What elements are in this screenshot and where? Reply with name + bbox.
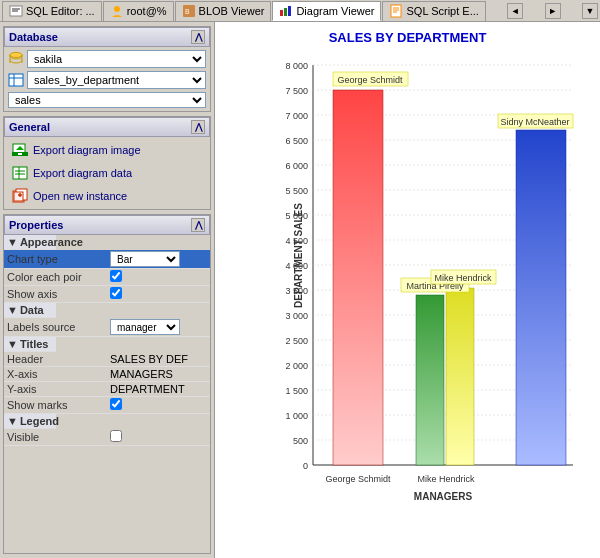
properties-section-header: Properties ⋀ bbox=[4, 215, 210, 235]
svg-text:5 000: 5 000 bbox=[285, 211, 308, 221]
svg-text:3 500: 3 500 bbox=[285, 286, 308, 296]
chart-svg: 8 000 7 500 7 000 6 500 6 000 5 500 5 00… bbox=[268, 50, 588, 520]
appearance-group-label: Appearance bbox=[20, 236, 83, 248]
show-marks-label: Show marks bbox=[4, 397, 107, 414]
export-data-item[interactable]: Export diagram data bbox=[8, 163, 206, 183]
export-image-label: Export diagram image bbox=[33, 144, 141, 156]
tab-diagram-label: Diagram Viewer bbox=[296, 5, 374, 17]
database-section-header: Database ⋀ bbox=[4, 27, 210, 47]
svg-text:7 500: 7 500 bbox=[285, 86, 308, 96]
export-data-label: Export diagram data bbox=[33, 167, 132, 179]
svg-text:B: B bbox=[185, 8, 190, 15]
svg-text:3 000: 3 000 bbox=[285, 311, 308, 321]
general-section-header: General ⋀ bbox=[4, 117, 210, 137]
svg-text:6 000: 6 000 bbox=[285, 161, 308, 171]
tab-script[interactable]: SQL Script E... bbox=[382, 1, 485, 21]
tab-sql-editor-label: SQL Editor: ... bbox=[26, 5, 95, 17]
data-group-header: ▼ Data bbox=[4, 303, 210, 319]
show-axis-checkbox[interactable] bbox=[110, 287, 122, 299]
table-select-row: sales_by_department bbox=[8, 71, 206, 89]
tab-diagram[interactable]: Diagram Viewer bbox=[272, 1, 381, 21]
bar-martina bbox=[416, 295, 444, 465]
color-each-value bbox=[107, 269, 210, 286]
show-axis-value bbox=[107, 286, 210, 303]
properties-collapse-btn[interactable]: ⋀ bbox=[191, 218, 205, 232]
svg-rect-14 bbox=[9, 74, 23, 86]
svg-rect-21 bbox=[13, 167, 27, 179]
database-icon bbox=[8, 51, 24, 67]
show-marks-checkbox[interactable] bbox=[110, 398, 122, 410]
show-marks-row: Show marks bbox=[4, 397, 210, 414]
left-panel: Database ⋀ sakila sales_ bbox=[0, 22, 215, 558]
svg-text:7 000: 7 000 bbox=[285, 111, 308, 121]
new-instance-icon bbox=[12, 188, 28, 204]
database-section-body: sakila sales_by_department sales bbox=[4, 47, 210, 111]
x-axis-title: MANAGERS bbox=[413, 491, 472, 502]
sql-editor-icon bbox=[9, 4, 23, 18]
column-select[interactable]: sales bbox=[8, 92, 206, 108]
svg-rect-9 bbox=[391, 5, 401, 17]
callout-sidny: Sidny McNeather bbox=[500, 117, 569, 127]
chart-type-label: Chart type bbox=[4, 250, 107, 269]
appearance-collapse-icon: ▼ bbox=[7, 236, 18, 248]
x-label-george: George Schmidt bbox=[325, 474, 391, 484]
titles-collapse-icon: ▼ bbox=[7, 338, 18, 350]
database-collapse-btn[interactable]: ⋀ bbox=[191, 30, 205, 44]
chart-type-select[interactable]: Bar bbox=[110, 251, 180, 267]
table-select[interactable]: sales_by_department bbox=[27, 71, 206, 89]
color-each-checkbox[interactable] bbox=[110, 270, 122, 282]
labels-source-select[interactable]: manager bbox=[110, 319, 180, 335]
tab-menu-btn[interactable]: ▼ bbox=[582, 3, 598, 19]
svg-text:5 500: 5 500 bbox=[285, 186, 308, 196]
header-title-value: SALES BY DEF bbox=[107, 352, 210, 367]
properties-section: Properties ⋀ ▼ Appearance Char bbox=[3, 214, 211, 554]
general-collapse-btn[interactable]: ⋀ bbox=[191, 120, 205, 134]
database-section: Database ⋀ sakila sales_ bbox=[3, 26, 211, 112]
tab-root[interactable]: root@% bbox=[103, 1, 174, 21]
chart-type-value[interactable]: Bar bbox=[107, 250, 210, 269]
export-image-item[interactable]: Export diagram image bbox=[8, 140, 206, 160]
legend-group-label: Legend bbox=[20, 415, 59, 427]
y-axis-label: Y-axis bbox=[4, 382, 107, 397]
blob-icon: B bbox=[182, 4, 196, 18]
tab-prev-btn[interactable]: ◄ bbox=[507, 3, 523, 19]
bar-george bbox=[333, 90, 383, 465]
bar-sidny bbox=[516, 130, 566, 465]
svg-text:4 500: 4 500 bbox=[285, 236, 308, 246]
labels-source-value[interactable]: manager bbox=[107, 318, 210, 337]
svg-text:2 500: 2 500 bbox=[285, 336, 308, 346]
export-image-icon bbox=[12, 142, 28, 158]
header-title-row: Header SALES BY DEF bbox=[4, 352, 210, 367]
data-collapse-icon: ▼ bbox=[7, 304, 18, 316]
labels-source-label: Labels source bbox=[4, 318, 107, 337]
general-section-body: Export diagram image Export diagram data… bbox=[4, 137, 210, 209]
bar-mike bbox=[446, 288, 474, 465]
open-new-instance-item[interactable]: Open new instance bbox=[8, 186, 206, 206]
header-title-label: Header bbox=[4, 352, 107, 367]
x-label-mike: Mike Hendrick bbox=[417, 474, 475, 484]
show-axis-label: Show axis bbox=[4, 286, 107, 303]
chart-title: SALES BY DEPARTMENT bbox=[329, 30, 487, 45]
svg-text:2 000: 2 000 bbox=[285, 361, 308, 371]
y-axis-value: DEPARTMENT bbox=[107, 382, 210, 397]
general-section-title: General bbox=[9, 121, 50, 133]
show-axis-row: Show axis bbox=[4, 286, 210, 303]
database-select[interactable]: sakila bbox=[27, 50, 206, 68]
legend-group-header: ▼ Legend bbox=[4, 414, 210, 430]
data-group-label: Data bbox=[20, 304, 44, 316]
visible-checkbox[interactable] bbox=[110, 430, 122, 442]
svg-text:500: 500 bbox=[292, 436, 307, 446]
appearance-group-header: ▼ Appearance bbox=[4, 235, 210, 250]
tab-blob-label: BLOB Viewer bbox=[199, 5, 265, 17]
labels-source-row: Labels source manager bbox=[4, 318, 210, 337]
svg-rect-7 bbox=[284, 8, 287, 16]
tab-script-label: SQL Script E... bbox=[406, 5, 478, 17]
script-icon bbox=[389, 4, 403, 18]
y-axis-row: Y-axis DEPARTMENT bbox=[4, 382, 210, 397]
tab-sql-editor[interactable]: SQL Editor: ... bbox=[2, 1, 102, 21]
svg-point-3 bbox=[114, 6, 120, 12]
database-section-title: Database bbox=[9, 31, 58, 43]
chart-area: SALES BY DEPARTMENT DEPARTMENT SALES bbox=[215, 22, 600, 558]
tab-next-btn[interactable]: ► bbox=[545, 3, 561, 19]
tab-blob[interactable]: B BLOB Viewer bbox=[175, 1, 272, 21]
